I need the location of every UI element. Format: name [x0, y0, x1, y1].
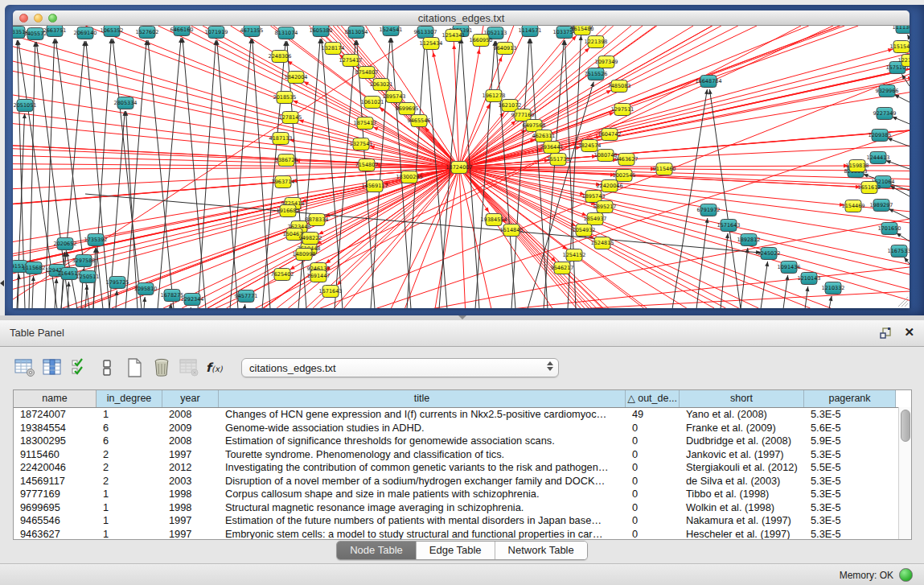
table-settings-icon[interactable]	[11, 355, 39, 381]
network-node[interactable]: 1292344	[181, 294, 204, 306]
network-node[interactable]: 1061021	[361, 97, 384, 109]
network-node[interactable]: 1701650	[878, 223, 901, 235]
network-node[interactable]: 1660950	[470, 35, 493, 47]
scrollbar-thumb[interactable]	[901, 410, 910, 442]
network-node[interactable]: 7154807	[355, 159, 379, 171]
network-node[interactable]: 1210143	[798, 273, 821, 285]
network-node[interactable]: 1115682	[23, 262, 46, 274]
network-node[interactable]: 1961278	[483, 90, 506, 102]
network-node[interactable]: 1210332	[822, 282, 845, 295]
network-node[interactable]: 9457771	[235, 290, 258, 303]
network-node[interactable]: 8878334	[306, 214, 329, 226]
network-node[interactable]: 1063021	[370, 79, 393, 91]
tab-node-table[interactable]: Node Table	[337, 542, 417, 559]
network-node[interactable]: 9699695	[396, 103, 419, 115]
column-header-in_degree[interactable]: in_degree	[97, 390, 162, 407]
network-node[interactable]: 2018535	[273, 92, 297, 104]
network-node[interactable]: 7551731	[547, 154, 570, 166]
network-node[interactable]: 9463627	[615, 154, 639, 166]
network-node[interactable]: 7485083	[608, 80, 631, 93]
network-node[interactable]: 4671355	[240, 26, 264, 37]
column-header-out_de[interactable]: △ out_de...	[626, 390, 680, 407]
table-body[interactable]: 1872400712008Changes of HCN gene express…	[14, 408, 911, 540]
splitter-grip-icon[interactable]	[458, 315, 466, 319]
tab-edge-table[interactable]: Edge Table	[417, 542, 495, 559]
column-header-pagerank[interactable]: pagerank	[804, 390, 896, 407]
network-node[interactable]: 1254341	[442, 30, 466, 42]
select-columns-icon[interactable]	[66, 355, 93, 381]
table-row[interactable]: 969969511998Structural magnetic resonanc…	[14, 501, 911, 515]
network-node[interactable]: 7515526	[585, 68, 608, 80]
network-node[interactable]: 1524815	[591, 237, 614, 249]
network-node[interactable]: 16648784	[695, 76, 721, 88]
function-builder-icon[interactable]: f(x)	[203, 355, 230, 381]
network-node[interactable]: 1842004	[285, 72, 308, 84]
network-node[interactable]: 1159838	[846, 160, 869, 172]
network-node[interactable]: 1875417	[354, 117, 377, 130]
network-node[interactable]: 1209385	[869, 130, 892, 142]
network-node[interactable]: 9465546	[408, 115, 431, 127]
network-node[interactable]: 1254152	[563, 249, 586, 262]
table-row[interactable]: 2242004622012Investigating the contribut…	[14, 461, 911, 475]
network-node[interactable]: 1244413	[867, 152, 890, 164]
network-node[interactable]: 2069140	[74, 27, 97, 39]
network-node[interactable]: 1095810	[134, 283, 158, 295]
network-node[interactable]: 2020652	[54, 238, 77, 250]
table-row[interactable]: 911546021997Tourette syndrome. Phenomeno…	[14, 448, 911, 462]
table-header-row[interactable]: namein_degreeyeartitle△ out_de...shortpa…	[14, 390, 911, 408]
network-node[interactable]: 1514845	[500, 225, 524, 237]
network-node[interactable]: 1615480	[571, 26, 594, 35]
table-row[interactable]: 1830029562008Estimation of significance …	[14, 435, 911, 448]
network-node[interactable]: 1065352	[101, 26, 124, 37]
table-row[interactable]: 1938455462009Genome-wide association stu…	[14, 422, 911, 435]
network-node[interactable]: 1651612	[858, 182, 881, 194]
network-node[interactable]: 1080748	[594, 150, 618, 162]
close-panel-icon[interactable]: ✕	[904, 325, 914, 340]
table-row[interactable]: 1872400712008Changes of HCN gene express…	[14, 408, 911, 422]
network-node[interactable]: 1916682	[277, 205, 300, 217]
network-node[interactable]: 1154469	[842, 200, 865, 212]
network-node[interactable]: 1328174	[322, 43, 345, 55]
network-node[interactable]: 1151548	[890, 41, 910, 53]
network-node[interactable]: 1854937	[584, 213, 607, 225]
network-node[interactable]: 1735392	[84, 234, 108, 246]
table-row[interactable]: 977716911998Corpus callosum shape and si…	[14, 488, 911, 501]
network-node[interactable]: 1989297	[870, 200, 893, 212]
network-node[interactable]: 1524541	[380, 26, 403, 36]
network-node[interactable]: 9115460	[653, 163, 676, 175]
network-node[interactable]: 1605380	[310, 26, 333, 37]
network-node[interactable]: 9613307	[414, 27, 437, 39]
network-node[interactable]: 9546217	[551, 262, 574, 274]
network-node[interactable]: 1221398	[585, 36, 608, 48]
network-node[interactable]: 1071919	[205, 27, 228, 39]
table-selector-dropdown[interactable]: citations_edges.txt	[241, 358, 559, 377]
network-node[interactable]: 5895217	[593, 201, 617, 213]
table-row[interactable]: 1456911722003Disruption of a novel membe…	[14, 475, 911, 488]
network-node[interactable]: 4626311	[532, 130, 556, 142]
delete-icon[interactable]	[148, 355, 175, 381]
network-node[interactable]: 1527602	[136, 27, 159, 39]
network-node[interactable]: 8813054	[345, 27, 368, 39]
network-node[interactable]: 8131074	[275, 27, 298, 39]
network-node[interactable]: 3386725	[275, 154, 298, 167]
network-node[interactable]: 7963714	[272, 176, 295, 188]
network-node[interactable]: 2051051	[14, 100, 37, 112]
network-node[interactable]: 4187133	[269, 133, 293, 145]
column-header-title[interactable]: title	[219, 390, 626, 407]
float-panel-icon[interactable]	[879, 327, 892, 340]
network-node[interactable]: 2936441	[540, 142, 564, 154]
network-node[interactable]: 1297511	[611, 104, 634, 116]
new-file-icon[interactable]	[121, 355, 148, 381]
network-node[interactable]: 1250511	[76, 271, 100, 283]
network-node[interactable]: 2805334	[114, 97, 138, 109]
table-row[interactable]: 946554611997Estimation of the future num…	[14, 514, 911, 528]
network-node[interactable]: 2663751	[43, 26, 67, 37]
network-node[interactable]: 1278145	[279, 112, 302, 124]
network-node[interactable]: 9245022	[758, 248, 781, 260]
tab-network-table[interactable]: Network Table	[495, 542, 587, 559]
memory-status-indicator[interactable]	[899, 568, 913, 582]
network-node[interactable]: 6791972	[697, 204, 721, 216]
table-row[interactable]: 946362711997Embryonic stem cells: a mode…	[14, 528, 911, 541]
network-node[interactable]: 1571643	[717, 220, 741, 232]
network-node[interactable]: 2248306	[269, 51, 292, 63]
